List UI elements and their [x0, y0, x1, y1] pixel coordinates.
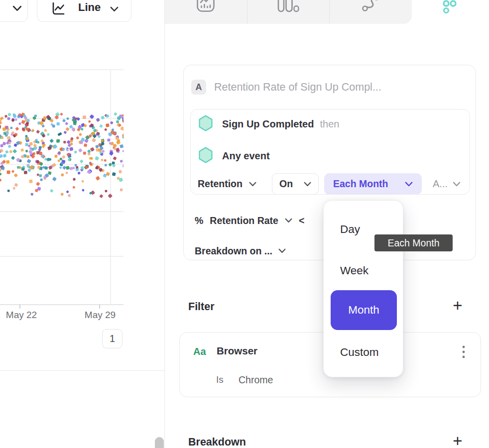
time-unit-menu: Day Week Month Custom	[323, 200, 403, 377]
chart-pagination-badge[interactable]: 1	[102, 329, 122, 348]
chart-type-label: Line	[78, 0, 101, 21]
chevron-down-icon	[110, 6, 119, 12]
series-badge: A	[191, 80, 206, 95]
tab-funnels[interactable]	[247, 0, 330, 24]
event-hexagon-icon	[198, 147, 213, 165]
time-unit-dropdown[interactable]: Each Month	[324, 173, 422, 195]
filter-property-dropdown[interactable]: Browser	[217, 345, 257, 357]
event-suffix: then	[320, 118, 339, 130]
tab-flows[interactable]	[330, 0, 412, 24]
report-title[interactable]: Retention Rate of Sign Up Compl...	[214, 80, 381, 95]
filter-value[interactable]: Chrome	[239, 374, 273, 386]
chevron-down-icon	[304, 182, 311, 187]
flows-icon	[361, 0, 381, 14]
x-axis-tick-label: May 29	[81, 310, 119, 321]
app-canvas: Line May 22 May 29 1	[0, 0, 489, 448]
menu-item-month-selected[interactable]: Month	[331, 290, 397, 330]
event-name: Sign Up Completed	[222, 118, 314, 130]
retention-type-dropdown[interactable]: Retention	[198, 173, 256, 195]
scrollbar-thumb[interactable]	[155, 437, 164, 448]
add-filter-button[interactable]: +	[449, 297, 467, 315]
event-hexagon-icon	[198, 115, 213, 133]
chart-type-button[interactable]: Line	[37, 0, 131, 22]
add-breakdown-button[interactable]: +	[449, 433, 467, 448]
collapsed-dropdown-button[interactable]	[0, 0, 28, 22]
tab-insights[interactable]	[165, 0, 247, 24]
percent-symbol: %	[195, 215, 203, 226]
insights-icon	[197, 0, 215, 14]
retention-chart	[0, 69, 123, 311]
panel-divider	[164, 0, 165, 448]
chevron-down-icon	[405, 182, 413, 187]
x-axis-tick-label: May 22	[2, 310, 40, 321]
tooltip: Each Month	[374, 234, 453, 251]
filter-operator[interactable]: Is	[216, 374, 224, 385]
tab-retention-active[interactable]	[441, 0, 461, 16]
measure-row: % Retention Rate <	[195, 212, 304, 229]
funnels-icon	[277, 0, 299, 14]
chevron-down-icon	[453, 182, 461, 187]
breakdown-on-dropdown[interactable]: Breakdown on ...	[195, 242, 286, 260]
menu-item-custom[interactable]: Custom	[324, 340, 403, 364]
comparator-symbol: <	[299, 215, 304, 226]
truncated-dropdown[interactable]: A...	[433, 173, 461, 195]
horizontal-divider	[0, 370, 165, 371]
breakdown-section-title: Breakdown	[188, 433, 246, 448]
chevron-down-icon	[249, 182, 256, 187]
menu-item-week[interactable]: Week	[324, 259, 403, 283]
event-row-second[interactable]: Any event	[198, 148, 270, 164]
chevron-down-icon	[278, 248, 286, 253]
retention-criteria-dropdown[interactable]: On	[272, 173, 319, 195]
event-name: Any event	[222, 150, 270, 162]
property-type-badge: Aa	[193, 346, 206, 357]
view-tabbar	[165, 0, 412, 24]
filter-section-title: Filter	[188, 298, 215, 316]
kebab-menu-icon[interactable]	[460, 344, 467, 362]
measure-dropdown[interactable]: Retention Rate	[210, 215, 278, 226]
chevron-down-icon	[12, 5, 22, 11]
events-card: Sign Up Completed then Any event Retenti…	[190, 109, 470, 195]
retention-icon	[441, 9, 461, 17]
event-row-first[interactable]: Sign Up Completed then	[198, 116, 339, 132]
line-chart-icon	[50, 1, 65, 18]
chevron-down-icon	[285, 218, 292, 223]
